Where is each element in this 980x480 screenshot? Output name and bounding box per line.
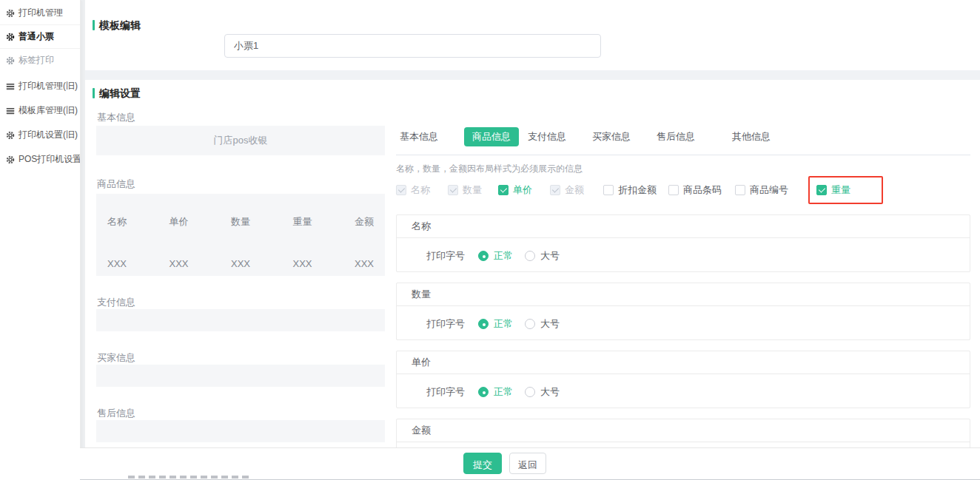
print-size-row: 打印字号 正常 大号 xyxy=(397,374,970,409)
tab-goods-info[interactable]: 商品信息 xyxy=(464,127,519,146)
checkbox-unit-price[interactable]: 单价 xyxy=(498,183,532,197)
print-size-label: 打印字号 xyxy=(426,317,465,331)
tab-other-info[interactable]: 其他信息 xyxy=(732,127,771,146)
footer-buttons: 提交 返回 xyxy=(463,453,546,474)
radio-unselected-icon xyxy=(525,319,535,329)
checkbox-unchecked-icon xyxy=(603,185,614,195)
sidebar-item-printer-management[interactable]: 打印机管理 xyxy=(0,1,80,25)
sidebar-item-label: POS打印机设置 xyxy=(19,153,80,166)
print-size-label: 打印字号 xyxy=(426,249,465,263)
preview-col-header: 数量 xyxy=(228,215,253,229)
print-size-row: 打印字号 正常 大号 xyxy=(397,442,970,447)
radio-large[interactable]: 大号 xyxy=(525,385,560,399)
printer-template-page: 打印机管理 普通小票 标签打印 打印机管理(旧) 模板库管理(旧) 打印机设置(… xyxy=(0,0,980,480)
preview-basic-info-label: 基本信息 xyxy=(97,111,135,124)
checkbox-unchecked-icon xyxy=(735,185,745,195)
checkbox-checked-disabled-icon xyxy=(550,185,560,195)
checkbox-checked-icon xyxy=(498,185,509,195)
tab-payment-info[interactable]: 支付信息 xyxy=(528,127,566,146)
checkbox-checked-icon xyxy=(816,185,827,195)
gear-icon xyxy=(6,33,15,41)
checkbox-goods-barcode[interactable]: 商品条码 xyxy=(668,183,722,197)
radio-unselected-icon xyxy=(525,251,535,261)
field-panel-amount: 金额 打印字号 正常 大号 xyxy=(396,419,970,447)
preview-col-header: 金额 xyxy=(352,215,377,229)
section-title-template-edit: 模板编辑 xyxy=(99,18,141,32)
preview-buyer-info-box xyxy=(96,365,385,387)
sidebar-item-label-print[interactable]: 标签打印 xyxy=(0,49,80,72)
sidebar-item-label: 打印机管理 xyxy=(19,7,63,19)
sidebar: 打印机管理 普通小票 标签打印 打印机管理(旧) 模板库管理(旧) 打印机设置(… xyxy=(0,0,81,480)
preview-store-pos-text: 门店pos收银 xyxy=(96,126,385,155)
checkbox-amount: 金额 xyxy=(550,183,584,197)
gear-icon xyxy=(6,9,15,18)
radio-normal[interactable]: 正常 xyxy=(478,317,513,331)
panel-title: 单价 xyxy=(397,351,970,374)
print-size-row: 打印字号 正常 大号 xyxy=(397,306,970,341)
template-name-input[interactable] xyxy=(224,34,601,58)
preview-col-header: 重量 xyxy=(290,215,315,229)
preview-cell: XXX xyxy=(167,258,192,269)
template-edit-card: 模板编辑 *模板名称 xyxy=(85,0,980,70)
preview-buyer-info-label: 买家信息 xyxy=(97,351,135,365)
required-fields-note: 名称，数量，金额因布局样式为必须展示的信息 xyxy=(396,163,583,175)
panel-title: 金额 xyxy=(397,419,970,442)
tab-divider xyxy=(396,155,970,155)
sidebar-menu: 打印机管理 普通小票 标签打印 打印机管理(旧) 模板库管理(旧) 打印机设置(… xyxy=(0,0,80,172)
preview-cell: XXX xyxy=(352,258,377,269)
checkbox-goods-number[interactable]: 商品编号 xyxy=(735,183,788,197)
submit-button[interactable]: 提交 xyxy=(463,453,502,474)
preview-aftersale-info-label: 售后信息 xyxy=(97,407,135,420)
radio-selected-icon xyxy=(478,319,489,329)
panel-title: 名称 xyxy=(397,215,970,238)
radio-selected-icon xyxy=(478,251,489,261)
preview-cell: XXX xyxy=(290,258,315,269)
section-accent-bar xyxy=(93,20,95,30)
action-footer: 提交 返回 xyxy=(80,447,980,480)
back-button[interactable]: 返回 xyxy=(509,453,546,474)
sidebar-item-label: 标签打印 xyxy=(19,54,54,67)
section-title-edit-settings: 编辑设置 xyxy=(99,87,141,100)
edit-settings-card: 编辑设置 基本信息 门店pos收银 商品信息 名称 单价 数量 重量 金额 XX… xyxy=(85,80,980,447)
section-accent-bar xyxy=(93,88,95,98)
sidebar-item-template-library-old[interactable]: 模板库管理(旧) xyxy=(0,98,80,123)
panel-title: 数量 xyxy=(397,283,970,306)
tab-buyer-info[interactable]: 买家信息 xyxy=(592,127,631,146)
print-size-row: 打印字号 正常 大号 xyxy=(397,238,970,273)
sidebar-item-printer-settings-old[interactable]: 打印机设置(旧) xyxy=(0,123,80,147)
sidebar-item-label: 模板库管理(旧) xyxy=(19,104,78,117)
preview-basic-info-box: 门店pos收银 xyxy=(96,126,385,155)
preview-payment-info-label: 支付信息 xyxy=(97,296,135,309)
sidebar-item-pos-printer-settings[interactable]: POS打印机设置 xyxy=(0,147,80,172)
radio-normal[interactable]: 正常 xyxy=(478,249,513,263)
sidebar-item-normal-receipt[interactable]: 普通小票 xyxy=(0,25,80,49)
radio-large[interactable]: 大号 xyxy=(525,317,560,331)
preview-cell: XXX xyxy=(104,258,130,269)
radio-large[interactable]: 大号 xyxy=(525,249,560,263)
preview-cell: XXX xyxy=(228,258,253,269)
preview-payment-info-box xyxy=(96,309,385,331)
checkbox-name: 名称 xyxy=(396,183,430,197)
checkbox-weight[interactable]: 重量 xyxy=(816,183,850,197)
preview-goods-info-box: 名称 单价 数量 重量 金额 XXX XXX XXX XXX XXX xyxy=(96,194,385,276)
sidebar-item-printer-management-old[interactable]: 打印机管理(旧) xyxy=(0,74,80,98)
gear-icon xyxy=(6,56,15,65)
tab-basic-info[interactable]: 基本信息 xyxy=(400,127,438,146)
field-panel-name: 名称 打印字号 正常 大号 xyxy=(396,214,970,272)
tab-aftersale-info[interactable]: 售后信息 xyxy=(657,127,695,146)
gear-icon xyxy=(6,131,15,140)
gear-icon xyxy=(6,155,15,164)
checkbox-checked-disabled-icon xyxy=(396,185,406,195)
radio-unselected-icon xyxy=(525,387,535,397)
checkbox-discount-amount[interactable]: 折扣金额 xyxy=(603,183,657,197)
radio-selected-icon xyxy=(478,387,489,397)
preview-table-value-row: XXX XXX XXX XXX XXX xyxy=(96,258,385,269)
sidebar-item-label: 打印机设置(旧) xyxy=(19,129,78,141)
print-size-label: 打印字号 xyxy=(426,385,465,399)
preview-table-header-row: 名称 单价 数量 重量 金额 xyxy=(96,194,385,229)
checkbox-unchecked-icon xyxy=(668,185,679,195)
preview-aftersale-info-box xyxy=(96,420,385,442)
settings-tab-bar: 基本信息 商品信息 支付信息 买家信息 售后信息 其他信息 xyxy=(396,127,973,146)
radio-normal[interactable]: 正常 xyxy=(478,385,513,399)
preview-goods-info-label: 商品信息 xyxy=(97,178,135,191)
